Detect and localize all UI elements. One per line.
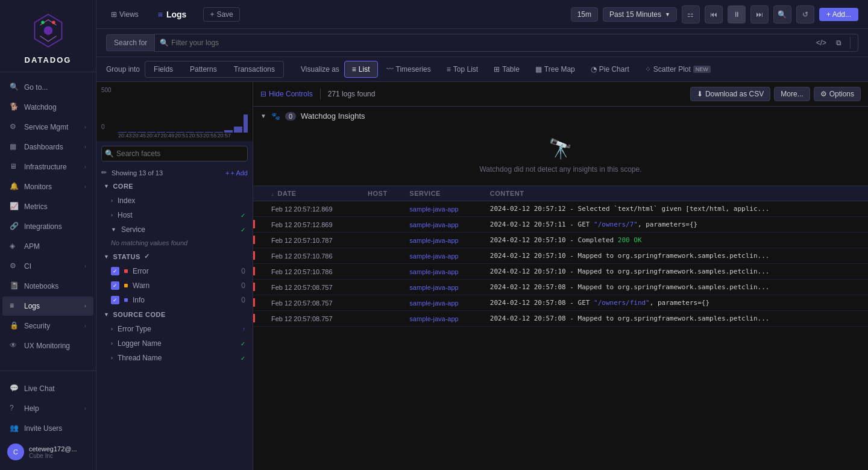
watchdog-header[interactable]: ▼ 🐾 0 Watchdog Insights [253, 107, 868, 125]
code-view-icon[interactable]: </> [813, 37, 830, 48]
search-icon: 🔍 [10, 83, 19, 92]
refresh-icon-btn[interactable]: ↺ [796, 5, 814, 24]
table-row[interactable]: Feb 12 20:57:10.786 sample-java-app 2024… [253, 264, 868, 280]
time-badge[interactable]: 15m [571, 7, 598, 22]
ci-icon: ⚙ [10, 262, 19, 271]
sidebar-item-service-mgmt[interactable]: ⚙ Service Mgmt › [2, 118, 93, 137]
sidebar-item-notebooks[interactable]: 📓 Notebooks [2, 277, 93, 296]
sidebar-item-ux-monitoring[interactable]: 👁 UX Monitoring [2, 336, 93, 356]
viz-tab-scatter[interactable]: ⁘ Scatter Plot NEW [638, 61, 718, 77]
list-icon: ≡ [352, 65, 356, 74]
save-button[interactable]: + Save [203, 7, 239, 22]
watchdog-icon: 🐕 [10, 102, 19, 112]
tabs-row: Group into Fields Patterns Transactions … [96, 57, 868, 82]
log-table-wrap[interactable]: ↓ DATE HOST SERVICE CONTENT [253, 186, 868, 470]
col-date[interactable]: ↓ DATE [265, 186, 362, 201]
sort-down-icon: ↓ [271, 191, 274, 197]
watchdog-badge: 0 [285, 112, 296, 121]
table-row[interactable]: Feb 12 20:57:08.757 sample-java-app 2024… [253, 311, 868, 327]
watchdog-message: Watchdog did not detect any insights in … [479, 165, 641, 174]
sidebar-item-security[interactable]: 🔒 Security › [2, 316, 93, 336]
col-host[interactable]: HOST [362, 186, 403, 201]
sidebar-item-monitors[interactable]: 🔔 Monitors › [2, 177, 93, 196]
sidebar-item-live-chat[interactable]: 💬 Live Chat [2, 379, 93, 398]
status-warn[interactable]: ✓ Warn 0 [96, 278, 253, 293]
sidebar-item-dashboards[interactable]: ▦ Dashboards › [2, 137, 93, 157]
sidebar-item-integrations[interactable]: 🔗 Integrations [2, 217, 93, 236]
status-error[interactable]: ✓ Error 0 [96, 264, 253, 278]
row-content: 2024-02-12 20:57:12 - Selected `text/htm… [484, 201, 868, 217]
filter-icon-btn[interactable]: ⚏ [682, 5, 700, 24]
hide-controls-button[interactable]: ⊟ Hide Controls [260, 90, 313, 98]
search-logs-icon-btn[interactable]: 🔍 [773, 5, 791, 24]
sidebar-item-logs[interactable]: ≡ Logs › [2, 296, 93, 316]
verified-icon: ✓ [241, 227, 245, 233]
status-error-checkbox[interactable]: ✓ [111, 267, 119, 275]
no-match-text: No matching values found [96, 237, 253, 249]
col-content[interactable]: CONTENT [484, 186, 868, 201]
facet-item-error-type[interactable]: › Error Type ↑ [96, 322, 253, 336]
service-icon: ⚙ [10, 122, 19, 132]
add-button[interactable]: + Add... [819, 8, 858, 21]
log-chart: 500 0 [96, 82, 253, 141]
scatter-icon: ⁘ [645, 65, 651, 74]
sidebar-item-infrastructure[interactable]: 🖥 Infrastructure › [2, 157, 93, 177]
table-row[interactable]: Feb 12 20:57:08.757 sample-java-app 2024… [253, 295, 868, 311]
sidebar-item-ci[interactable]: ⚙ CI › [2, 257, 93, 276]
chevron-down-icon: ▼ [104, 183, 109, 189]
sidebar-item-apm[interactable]: ◈ APM [2, 237, 93, 256]
search-input[interactable] [171, 39, 812, 47]
pause-icon-btn[interactable]: ⏸ [728, 5, 746, 24]
table-row[interactable]: Feb 12 20:57:12.869 sample-java-app 2024… [253, 201, 868, 217]
viz-tab-toplist[interactable]: ≡ Top List [439, 61, 485, 77]
table-header: ↓ DATE HOST SERVICE CONTENT [253, 186, 868, 201]
facets-search-input[interactable] [101, 146, 248, 161]
add-facet-link[interactable]: + + Add [225, 169, 248, 177]
facet-item-logger-name[interactable]: › Logger Name ✓ [96, 336, 253, 351]
sidebar-item-metrics[interactable]: 📈 Metrics [2, 197, 93, 216]
views-button[interactable]: ⊞ Views [106, 8, 143, 21]
info-dot [124, 298, 128, 302]
tab-fields[interactable]: Fields [145, 61, 181, 77]
col-service[interactable]: SERVICE [403, 186, 483, 201]
viz-tab-treemap[interactable]: ▦ Tree Map [528, 61, 582, 77]
user-profile[interactable]: C ceteweg172@... Cube Inc [0, 439, 96, 465]
download-csv-button[interactable]: ⬇ Download as CSV [690, 87, 770, 101]
play-forward-icon-btn[interactable]: ⏭ [750, 5, 769, 24]
options-button[interactable]: ⚙ Options [814, 87, 861, 101]
watchdog-icon: 🐾 [271, 112, 280, 121]
more-button[interactable]: More... [774, 87, 810, 101]
binoculars-icon: 🔭 [549, 137, 573, 160]
facet-group-status-header[interactable]: ▼ STATUS ✓ [96, 249, 253, 264]
copy-icon[interactable]: ⧉ [832, 37, 845, 48]
viz-tab-timeseries[interactable]: 〰 Timeseries [379, 61, 438, 77]
main-content: ⊞ Views ≡ Logs + Save 15m Past 15 Minute… [96, 0, 868, 470]
facet-item-service[interactable]: ▼ Service ✓ [96, 222, 253, 237]
table-row[interactable]: Feb 12 20:57:10.787 sample-java-app 2024… [253, 233, 868, 248]
viz-tab-table[interactable]: ⊞ Table [486, 61, 527, 77]
svg-rect-4 [118, 84, 248, 133]
status-info-checkbox[interactable]: ✓ [111, 296, 119, 304]
status-info[interactable]: ✓ Info 0 [96, 293, 253, 307]
sidebar-item-help[interactable]: ? Help › [2, 399, 93, 418]
timeseries-icon: 〰 [386, 65, 394, 74]
facet-item-index[interactable]: › Index [96, 193, 253, 208]
play-back-icon-btn[interactable]: ⏮ [705, 5, 723, 24]
table-row[interactable]: Feb 12 20:57:08.757 sample-java-app 2024… [253, 280, 868, 295]
facet-item-host[interactable]: › Host ✓ [96, 208, 253, 222]
sidebar-item-goto[interactable]: 🔍 Go to... [2, 78, 93, 97]
sidebar-item-watchdog[interactable]: 🐕 Watchdog [2, 98, 93, 117]
sidebar-item-invite-users[interactable]: 👥 Invite Users [2, 419, 93, 438]
viz-tab-list[interactable]: ≡ List [344, 61, 378, 78]
viz-tab-piechart[interactable]: ◔ Pie Chart [583, 61, 637, 77]
tab-patterns[interactable]: Patterns [181, 61, 225, 77]
table-row[interactable]: Feb 12 20:57:12.869 sample-java-app 2024… [253, 217, 868, 233]
table-row[interactable]: Feb 12 20:57:10.786 sample-java-app 2024… [253, 248, 868, 264]
facet-item-thread-name[interactable]: › Thread Name ✓ [96, 351, 253, 365]
svg-rect-17 [234, 127, 242, 133]
time-range-selector[interactable]: Past 15 Minutes ▼ [603, 7, 677, 22]
status-warn-checkbox[interactable]: ✓ [111, 281, 119, 290]
facet-group-core-header[interactable]: ▼ CORE [96, 179, 253, 193]
tab-transactions[interactable]: Transactions [225, 61, 283, 77]
facet-group-source-code-header[interactable]: ▼ SOURCE CODE [96, 307, 253, 322]
